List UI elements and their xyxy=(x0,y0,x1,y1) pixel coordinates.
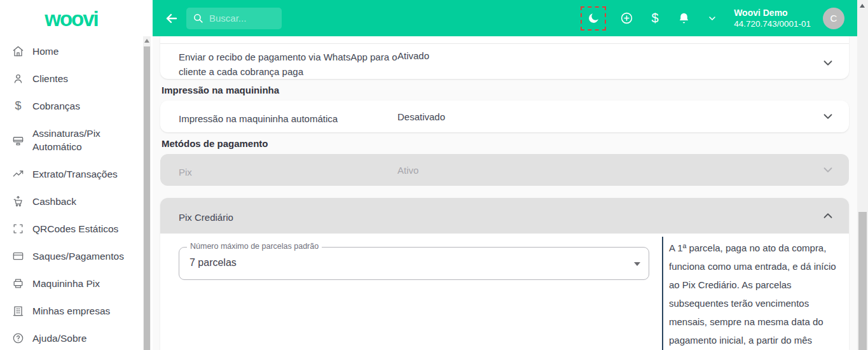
sidebar-item-label: Clientes xyxy=(32,72,68,85)
plus-circle-icon xyxy=(620,11,633,25)
setting-label: Enviar o recibo de pagamento via WhatsAp… xyxy=(179,50,415,79)
setting-label: Impressão na maquininha automática xyxy=(179,111,338,126)
chevron-up-icon xyxy=(821,209,835,223)
sidebar-item-qrcodes[interactable]: QRCodes Estáticos xyxy=(0,215,142,242)
expand-button xyxy=(821,163,835,177)
sidebar-item-label: Cashback xyxy=(32,195,76,208)
sidebar-item-label: Extrato/Transações xyxy=(32,167,118,181)
setting-value: Ativado xyxy=(397,50,429,61)
pix-crediario-header[interactable]: Pix Crediário xyxy=(160,198,849,234)
expand-button[interactable] xyxy=(821,109,835,123)
sidebar-scrollbar-thumb[interactable] xyxy=(144,46,150,350)
sidebar-item-maquininha[interactable]: Maquininha Pix xyxy=(0,270,142,297)
add-button[interactable] xyxy=(618,10,635,27)
dollar-icon: $ xyxy=(12,99,24,113)
payments-button[interactable]: $ xyxy=(647,10,663,27)
sidebar: woovi Home Clientes $ Cobranças Assinatu… xyxy=(0,0,153,350)
qr-brackets-icon xyxy=(12,223,24,235)
crediario-description: A 1ª parcela, paga no ato da compra, fun… xyxy=(662,237,849,350)
sidebar-item-clientes[interactable]: Clientes xyxy=(0,65,142,92)
sidebar-item-label: Maquininha Pix xyxy=(32,277,100,290)
search-icon xyxy=(193,13,203,24)
sidebar-item-ajuda[interactable]: Ajuda/Sobre xyxy=(0,325,142,350)
max-installments-select[interactable]: Número máximo de parcelas padrão 7 parce… xyxy=(179,247,649,280)
whatsapp-receipt-accordion[interactable]: Enviar o recibo de pagamento via WhatsAp… xyxy=(160,36,849,79)
sidebar-item-label: Ajuda/Sobre xyxy=(32,332,86,345)
select-value: 7 parcelas xyxy=(189,257,237,269)
trending-up-icon xyxy=(12,168,24,180)
dollar-icon: $ xyxy=(652,11,659,25)
back-button[interactable] xyxy=(162,9,181,28)
pix-accordion-disabled: Pix Ativo xyxy=(160,154,849,186)
section-title: Impressão na maquininha xyxy=(162,85,279,95)
avatar[interactable]: C xyxy=(823,8,844,29)
sidebar-item-empresas[interactable]: Minhas empresas xyxy=(0,297,142,325)
page-scrollbar-thumb[interactable] xyxy=(858,212,867,350)
woovi-logo[interactable]: woovi xyxy=(0,5,142,33)
sidebar-item-label: QRCodes Estáticos xyxy=(32,222,118,235)
sidebar-item-cashback[interactable]: Cashback xyxy=(0,188,142,215)
topbar: $ Woovi Demo 44.720.743/0001-01 C xyxy=(153,0,857,36)
moon-icon xyxy=(587,11,600,25)
sidebar-item-saques[interactable]: Saques/Pagamentos xyxy=(0,242,142,270)
auto-print-accordion[interactable]: Impressão na maquininha automática Desat… xyxy=(160,101,849,132)
woovi-settings-screen: woovi Home Clientes $ Cobranças Assinatu… xyxy=(0,0,868,350)
arrow-left-icon xyxy=(164,11,179,26)
topbar-right-cluster: $ Woovi Demo 44.720.743/0001-01 C xyxy=(581,0,844,36)
avatar-letter: C xyxy=(830,13,837,24)
scroll-up-arrow-icon[interactable] xyxy=(144,39,149,43)
sidebar-item-cobrancas[interactable]: $ Cobranças xyxy=(0,92,142,120)
chevron-down-icon xyxy=(707,13,717,24)
setting-value: Ativo xyxy=(397,165,418,176)
dark-mode-button[interactable] xyxy=(585,10,602,27)
section-title: Metódos de pagamento xyxy=(162,138,268,149)
sidebar-item-home[interactable]: Home xyxy=(0,38,142,65)
expand-button[interactable] xyxy=(821,56,835,70)
pix-crediario-accordion: Pix Crediário Número máximo de parcelas … xyxy=(160,198,849,350)
collapse-button[interactable] xyxy=(821,209,835,223)
account-menu-button[interactable] xyxy=(704,10,720,27)
help-circle-icon xyxy=(12,332,24,344)
building-icon xyxy=(12,305,24,317)
sidebar-item-label: Minhas empresas xyxy=(32,304,110,318)
cart-up-icon xyxy=(12,195,24,207)
notifications-button[interactable] xyxy=(675,10,692,27)
printer-icon xyxy=(12,277,24,290)
sidebar-item-assinaturas[interactable]: Assinaturas/Pix Automático xyxy=(0,120,142,160)
chevron-down-icon xyxy=(821,56,835,70)
chevron-down-icon xyxy=(821,109,835,123)
sidebar-item-extrato[interactable]: Extrato/Transações xyxy=(0,160,142,188)
setting-value: Desativado xyxy=(397,111,445,122)
scroll-up-arrow-icon[interactable] xyxy=(860,4,865,8)
credit-card-icon xyxy=(12,250,24,262)
setting-label: Pix Crediário xyxy=(179,210,233,225)
sidebar-item-label: Cobranças xyxy=(32,99,80,113)
bell-icon xyxy=(677,11,691,25)
sidebar-item-label: Saques/Pagamentos xyxy=(32,249,124,263)
dark-mode-highlight-box xyxy=(581,6,606,31)
sidebar-item-label: Assinaturas/Pix Automático xyxy=(32,127,137,153)
dropdown-caret-icon xyxy=(634,262,640,266)
card-machine-icon xyxy=(12,134,24,146)
select-label: Número máximo de parcelas padrão xyxy=(187,242,322,251)
page-scrollbar[interactable] xyxy=(857,0,868,350)
account-id: 44.720.743/0001-01 xyxy=(734,18,811,30)
home-icon xyxy=(12,45,24,57)
search-box[interactable] xyxy=(186,8,282,29)
sidebar-scrollbar[interactable] xyxy=(143,36,151,350)
account-name: Woovi Demo xyxy=(734,7,811,18)
user-icon xyxy=(12,73,24,85)
search-input[interactable] xyxy=(209,13,273,24)
sidebar-nav: Home Clientes $ Cobranças Assinaturas/Pi… xyxy=(0,38,142,350)
chevron-down-icon xyxy=(821,163,835,177)
account-info[interactable]: Woovi Demo 44.720.743/0001-01 xyxy=(734,7,811,30)
setting-label: Pix xyxy=(179,165,192,179)
settings-content: Enviar o recibo de pagamento via WhatsAp… xyxy=(153,36,857,350)
pix-crediario-body: Número máximo de parcelas padrão 7 parce… xyxy=(160,234,849,350)
sidebar-item-label: Home xyxy=(32,45,59,58)
